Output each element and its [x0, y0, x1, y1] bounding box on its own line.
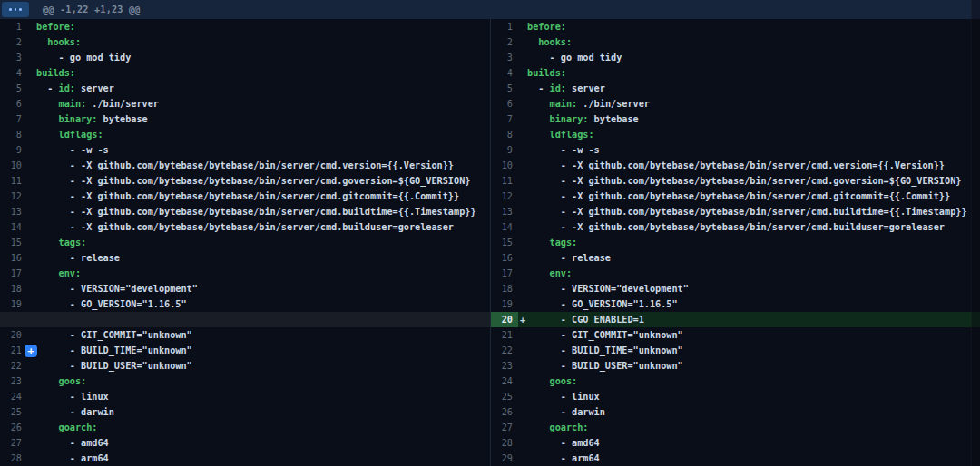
line-marker — [518, 127, 527, 142]
line-marker — [518, 327, 527, 343]
line-number[interactable]: 14 — [491, 219, 518, 235]
line-marker — [27, 127, 36, 142]
line-number[interactable]: 11 — [0, 173, 27, 189]
line-number[interactable]: 20 — [0, 327, 27, 343]
line-number[interactable]: 9 — [491, 142, 518, 158]
line-number[interactable]: 1 — [0, 19, 27, 34]
line-number[interactable]: 18 — [0, 281, 27, 296]
code-line: - darwin — [527, 404, 980, 420]
code-line: - -X github.com/bytebase/bytebase/bin/se… — [527, 204, 980, 219]
line-marker — [518, 374, 527, 389]
diff-row: 6 main: ./bin/server — [491, 96, 980, 112]
line-marker — [27, 142, 36, 158]
diff-row: 14 - -X github.com/bytebase/bytebase/bin… — [0, 219, 490, 235]
line-number[interactable]: 10 — [491, 158, 518, 173]
diff-row: 24 - linux — [0, 389, 490, 404]
line-marker — [27, 235, 36, 250]
scrollbar-gutter — [971, 0, 980, 466]
diff-row: 2 hooks: — [491, 34, 980, 50]
line-number[interactable]: 27 — [0, 435, 27, 451]
line-number[interactable]: 26 — [0, 420, 27, 435]
line-number[interactable]: 5 — [0, 81, 27, 96]
line-number[interactable]: 16 — [491, 250, 518, 266]
code-line: goos: — [36, 374, 490, 389]
code-line: - -X github.com/bytebase/bytebase/bin/se… — [36, 204, 490, 219]
line-number[interactable]: 19 — [0, 296, 27, 312]
line-marker — [27, 296, 36, 312]
line-number[interactable]: 2 — [0, 34, 27, 50]
line-number[interactable]: 8 — [0, 127, 27, 142]
code-line: - -X github.com/bytebase/bytebase/bin/se… — [527, 158, 980, 173]
line-number[interactable]: 25 — [491, 389, 518, 404]
code-line: - id: server — [36, 81, 490, 96]
line-number[interactable]: 17 — [0, 266, 27, 281]
line-marker — [27, 112, 36, 127]
line-number[interactable]: 10 — [0, 158, 27, 173]
line-number[interactable]: 1 — [491, 19, 518, 34]
hunk-range: @@ -1,22 +1,23 @@ — [43, 5, 141, 15]
diff-row: 13 - -X github.com/bytebase/bytebase/bin… — [0, 204, 490, 219]
line-number[interactable]: 13 — [0, 204, 27, 219]
line-number[interactable]: 26 — [491, 404, 518, 420]
line-number[interactable]: 14 — [0, 219, 27, 235]
line-number[interactable]: 22 — [0, 358, 27, 374]
code-line: - -X github.com/bytebase/bytebase/bin/se… — [36, 189, 490, 204]
line-marker — [27, 158, 36, 173]
line-marker — [27, 173, 36, 189]
line-number[interactable]: 28 — [491, 435, 518, 451]
line-number[interactable]: 23 — [491, 358, 518, 374]
diff-pane-old: 1before:2 hooks:3 - go mod tidy4builds:5… — [0, 19, 490, 466]
code-line: - release — [527, 250, 980, 266]
expand-hunk-button[interactable] — [2, 2, 29, 17]
line-number[interactable]: 6 — [0, 96, 27, 112]
code-line: - GIT_COMMIT="unknown" — [527, 327, 980, 343]
line-number[interactable]: 5 — [491, 81, 518, 96]
line-number[interactable]: 27 — [491, 420, 518, 435]
line-number[interactable]: 6 — [491, 96, 518, 112]
line-marker — [518, 266, 527, 281]
line-marker — [518, 173, 527, 189]
diff-row: 16 - release — [491, 250, 980, 266]
line-marker — [27, 250, 36, 266]
line-number[interactable]: 17 — [491, 266, 518, 281]
diff-row: 10 - -X github.com/bytebase/bytebase/bin… — [0, 158, 490, 173]
line-number[interactable]: 11 — [491, 173, 518, 189]
line-number[interactable]: 23 — [0, 374, 27, 389]
line-number[interactable]: 3 — [0, 50, 27, 65]
add-comment-button[interactable]: + — [24, 345, 37, 357]
line-number[interactable]: 21 — [491, 327, 518, 343]
diff-row: 27 - amd64 — [0, 435, 490, 451]
line-number[interactable]: 3 — [491, 50, 518, 65]
line-number[interactable]: 16 — [0, 250, 27, 266]
line-number[interactable]: 22 — [491, 343, 518, 358]
line-number[interactable]: 12 — [0, 189, 27, 204]
line-number[interactable]: 15 — [0, 235, 27, 250]
line-number[interactable]: 19 — [491, 296, 518, 312]
diff-row: 1before: — [491, 19, 980, 34]
line-number[interactable]: 7 — [491, 112, 518, 127]
line-marker — [518, 50, 527, 65]
line-number[interactable]: 21 — [0, 343, 27, 358]
line-number[interactable]: 18 — [491, 281, 518, 296]
line-number[interactable]: 4 — [0, 65, 27, 81]
line-number[interactable]: 15 — [491, 235, 518, 250]
line-marker — [518, 19, 527, 34]
line-marker — [27, 81, 36, 96]
line-number[interactable]: 13 — [491, 204, 518, 219]
line-number[interactable]: 29 — [491, 451, 518, 466]
line-number[interactable]: 25 — [0, 404, 27, 420]
line-marker — [27, 65, 36, 81]
line-number[interactable]: 7 — [0, 112, 27, 127]
line-number[interactable]: 28 — [0, 451, 27, 466]
line-number[interactable]: 9 — [0, 142, 27, 158]
line-number[interactable]: 20 — [491, 312, 518, 327]
line-number[interactable]: 24 — [0, 389, 27, 404]
line-number[interactable]: 4 — [491, 65, 518, 81]
line-marker — [27, 266, 36, 281]
line-number[interactable]: 8 — [491, 127, 518, 142]
line-number[interactable]: 2 — [491, 34, 518, 50]
line-number[interactable]: 12 — [491, 189, 518, 204]
line-number[interactable]: 24 — [491, 374, 518, 389]
line-marker — [27, 420, 36, 435]
diff-row: 19 - GO_VERSION="1.16.5" — [491, 296, 980, 312]
